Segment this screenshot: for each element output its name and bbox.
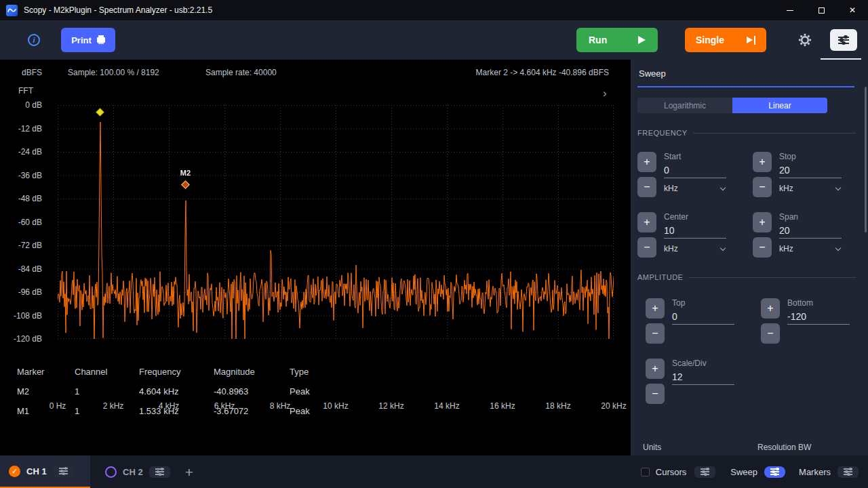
sliders-icon xyxy=(701,468,709,475)
y-axis-tick: -120 dB xyxy=(0,334,42,344)
start-unit-select[interactable]: kHz xyxy=(664,178,726,193)
bottom-bar: ✓ CH 1 CH 2 + Cursors Sweep Markers xyxy=(0,455,868,488)
center-unit-label: kHz xyxy=(664,244,678,253)
top-value-input[interactable]: 0 xyxy=(672,308,734,325)
sliders-icon xyxy=(155,468,164,475)
center-increment-button[interactable]: + xyxy=(637,212,656,232)
window-controls: ✕ xyxy=(774,0,868,20)
scale-div-decrement-button[interactable]: − xyxy=(646,384,665,404)
span-field-group: + − Span 20 kHz xyxy=(753,212,854,258)
channel-1-tab[interactable]: ✓ CH 1 xyxy=(0,455,90,488)
add-channel-button[interactable]: + xyxy=(185,465,193,479)
minimize-button[interactable] xyxy=(774,0,806,20)
cursors-settings-button[interactable] xyxy=(694,466,715,478)
channel-2-disabled-icon[interactable] xyxy=(105,466,117,478)
bottom-value-input[interactable]: -120 xyxy=(787,308,850,325)
center-label: Center xyxy=(664,212,726,222)
scale-div-field-body: Scale/Div 12 xyxy=(672,359,734,404)
amplitude-section-header: AMPLITUDE xyxy=(637,273,856,281)
start-label: Start xyxy=(664,152,726,161)
channel-2-tab[interactable]: CH 2 xyxy=(105,455,170,488)
start-increment-button[interactable]: + xyxy=(637,152,656,172)
stop-stepper: + − xyxy=(753,152,772,197)
sweep-settings-button[interactable] xyxy=(764,466,785,478)
stop-decrement-button[interactable]: − xyxy=(753,177,772,197)
top-decrement-button[interactable]: − xyxy=(646,323,665,344)
marker-table-cell: Channel xyxy=(75,367,139,377)
stop-increment-button[interactable]: + xyxy=(753,152,772,172)
stop-value-input[interactable]: 20 xyxy=(779,161,842,178)
channel-1-settings-button[interactable] xyxy=(53,466,74,477)
bottom-stepper: + − xyxy=(761,298,780,344)
span-unit-select[interactable]: kHz xyxy=(779,239,842,253)
chevron-down-icon xyxy=(835,184,841,190)
marker-table-row: M111.533 kHz-3.67072Peak xyxy=(17,401,337,421)
stop-field-body: Stop 20 kHz xyxy=(779,152,842,197)
panel-scrollbar[interactable] xyxy=(865,87,867,232)
panel-toggle-button[interactable] xyxy=(830,29,857,51)
y-axis-tick: -84 dB xyxy=(0,264,42,274)
marker-m2-label: M2 xyxy=(180,169,191,177)
collapse-panel-chevron-icon[interactable]: › xyxy=(603,87,607,100)
center-unit-select[interactable]: kHz xyxy=(664,239,726,253)
x-axis-tick: 20 kHz xyxy=(593,401,634,411)
single-button[interactable]: Single xyxy=(685,28,766,52)
marker-table-cell: Marker xyxy=(17,367,75,377)
play-icon xyxy=(638,36,646,44)
markers-settings-button[interactable] xyxy=(837,466,859,478)
span-stepper: + − xyxy=(753,212,772,258)
stop-unit-label: kHz xyxy=(779,184,793,193)
y-axis-tick: -96 dB xyxy=(0,287,42,297)
marker-table-cell: Magnitude xyxy=(214,367,290,377)
sample-rate-label: Sample rate: 40000 xyxy=(205,68,277,77)
center-stepper: + − xyxy=(637,212,656,258)
printer-icon xyxy=(97,37,105,43)
single-button-label: Single xyxy=(696,35,724,45)
top-field-body: Top 0 xyxy=(672,298,734,344)
stop-unit-select[interactable]: kHz xyxy=(779,178,842,193)
x-axis-tick: 12 kHz xyxy=(371,401,412,411)
channel-2-label: CH 2 xyxy=(123,467,143,477)
channel-1-enabled-icon[interactable]: ✓ xyxy=(9,466,20,477)
span-value-input[interactable]: 20 xyxy=(779,222,842,239)
print-button[interactable]: Print xyxy=(61,28,115,52)
center-value-input[interactable]: 10 xyxy=(664,222,726,239)
y-axis-tick: -24 dB xyxy=(0,147,42,157)
maximize-button[interactable] xyxy=(806,0,837,20)
top-increment-button[interactable]: + xyxy=(646,298,665,319)
preferences-gear-button[interactable] xyxy=(797,33,812,47)
bottom-increment-button[interactable]: + xyxy=(761,298,780,319)
x-axis-tick: 16 kHz xyxy=(482,401,523,411)
frequency-section-header: FREQUENCY xyxy=(637,129,856,137)
y-axis-tick: -72 dB xyxy=(0,241,42,250)
start-stepper: + − xyxy=(637,152,656,197)
center-decrement-button[interactable]: − xyxy=(637,237,656,258)
resolution-bw-label: Resolution BW xyxy=(757,443,811,452)
span-decrement-button[interactable]: − xyxy=(753,237,772,258)
logarithmic-toggle[interactable]: Logarithmic xyxy=(637,98,732,113)
start-decrement-button[interactable]: − xyxy=(637,177,656,197)
marker-table-cell: -40.8963 xyxy=(214,386,290,396)
linear-toggle[interactable]: Linear xyxy=(732,98,827,113)
scale-div-increment-button[interactable]: + xyxy=(646,359,665,379)
minimize-icon xyxy=(787,10,793,11)
channel-2-settings-button[interactable] xyxy=(149,466,170,478)
bottom-decrement-button[interactable]: − xyxy=(761,323,780,344)
span-increment-button[interactable]: + xyxy=(753,212,772,232)
scale-div-value-input[interactable]: 12 xyxy=(672,368,734,385)
spectrum-canvas[interactable] xyxy=(58,105,614,339)
frequency-fields: + − Start 0 kHz + − Stop xyxy=(637,152,856,258)
title-bar: Scopy - M2kPlugin - Spectrum Analyzer - … xyxy=(0,0,868,20)
marker-table-cell: Frequency xyxy=(139,367,214,377)
sliders-icon xyxy=(770,468,779,475)
y-unit-label: dBFS xyxy=(22,68,42,77)
start-value-input[interactable]: 0 xyxy=(664,161,726,178)
cursors-checkbox[interactable] xyxy=(641,468,650,476)
marker-table-cell: 1 xyxy=(75,406,139,416)
sliders-icon xyxy=(59,468,68,474)
info-button[interactable]: i xyxy=(20,28,47,52)
app-window: Scopy - M2kPlugin - Spectrum Analyzer - … xyxy=(0,0,868,488)
run-button[interactable]: Run xyxy=(576,28,658,52)
window-title: Scopy - M2kPlugin - Spectrum Analyzer - … xyxy=(24,5,212,15)
close-button[interactable]: ✕ xyxy=(837,0,868,20)
